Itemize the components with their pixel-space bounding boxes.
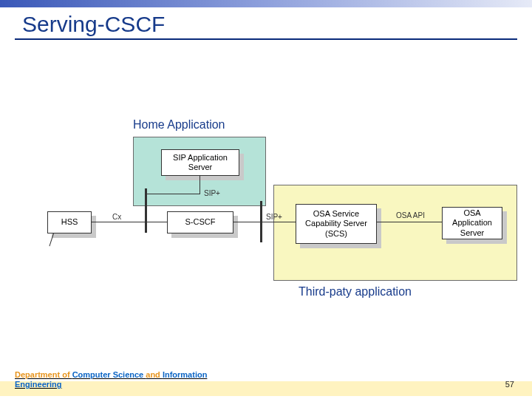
line-scscf-to-rightbus [233, 222, 261, 222]
box-face: OSA Application Server [442, 207, 502, 239]
line-scscf-to-leftbus [146, 222, 167, 222]
bus-left [145, 188, 147, 233]
box-label: HSS [61, 217, 78, 227]
box-osa-application-server: OSA Application Server [442, 207, 502, 239]
label-osa-api: OSA API [396, 211, 425, 219]
footer-word: Computer Science [72, 370, 146, 379]
box-osa-scs: OSA Service Capability Server (SCS) [296, 204, 377, 244]
title-underline [15, 38, 517, 40]
label-home-application: Home Application [133, 118, 225, 132]
footer-word: and [146, 370, 163, 379]
footer-word: Engineering [15, 380, 62, 389]
label-cx: Cx [112, 213, 121, 221]
box-label: OSA Application Server [444, 208, 500, 238]
page-title: Serving-CSCF [22, 12, 165, 37]
box-label: SIP Application Server [163, 153, 237, 172]
line-rightbus-to-scs [262, 222, 296, 222]
box-face: S-CSCF [167, 211, 233, 233]
box-label: S-CSCF [185, 217, 216, 227]
page-number: 57 [505, 380, 514, 389]
label-sip-plus-horizontal: SIP+ [266, 213, 282, 221]
line-sipas-to-bus [146, 194, 200, 194]
box-label: OSA Service Capability Server (SCS) [298, 209, 375, 239]
label-sip-plus-vertical: SIP+ [204, 189, 220, 197]
box-sip-application-server: SIP Application Server [161, 149, 239, 176]
footer-word: Information [163, 370, 208, 379]
top-gradient-bar [0, 0, 532, 7]
box-hss: HSS [47, 211, 92, 233]
box-face: SIP Application Server [161, 149, 239, 176]
box-s-cscf: S-CSCF [167, 211, 233, 233]
box-face: HSS [47, 211, 92, 233]
footer-word: Department of [15, 370, 72, 379]
line-sipas-down [200, 176, 200, 194]
footer-text: Department of Computer Science and Infor… [15, 370, 259, 391]
line-scs-to-osaas [377, 222, 442, 222]
slide: Serving-CSCF Home Application SIP Applic… [0, 0, 532, 399]
label-third-party-application: Third-paty application [299, 285, 412, 299]
box-face: OSA Service Capability Server (SCS) [296, 204, 377, 244]
line-hss-to-bus [92, 222, 146, 222]
